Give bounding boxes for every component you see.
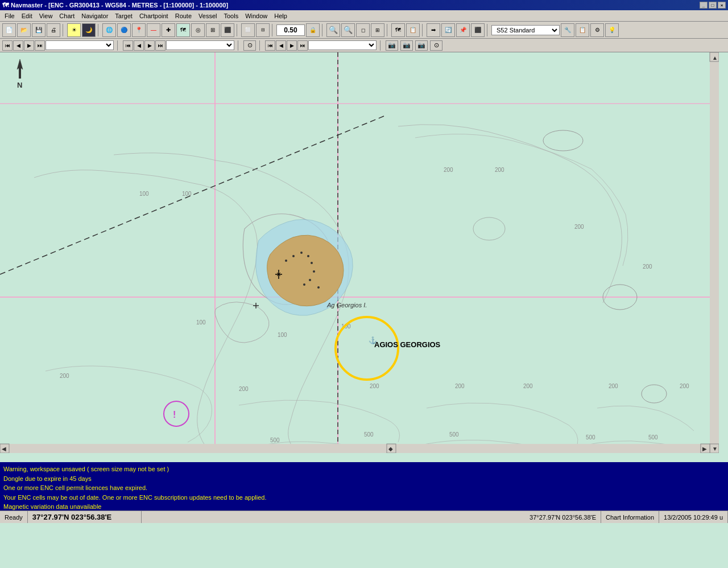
svg-text:▶: ▶ [702,446,707,452]
warning-line-4: Your ENC cells may be out of date. One o… [3,493,725,503]
new-button[interactable]: 📄 [2,23,16,37]
nav2-first-btn[interactable]: ⏮ [123,40,133,51]
coords-text: 37°27.97'N 023°56.38'E [32,513,111,521]
nav-btn-4[interactable]: — [147,23,160,37]
nav-btn-6[interactable]: 🗺 [176,23,190,37]
chart-btn-2[interactable]: 📋 [406,23,420,37]
separator-1 [63,24,65,36]
title-text: Navmaster - [ENC - GR300413 - WG584 - ME… [11,2,228,9]
zoom-frame-button[interactable]: ⬜ [241,23,255,37]
zoom-out-button[interactable]: 🔍 [341,23,355,37]
nav-group-3: ⏮ ◀ ▶ ⏭ [265,40,377,51]
nav2-play-btn[interactable]: ▶ [144,40,155,51]
zoom-in-button[interactable]: 🔍 [326,23,340,37]
display-btn-1[interactable]: 🔧 [561,23,574,37]
svg-text:200: 200 [370,383,379,389]
menu-chartpoint[interactable]: Chartpoint [136,11,172,20]
toolbar-main: 📄 📂 💾 🖨 ☀ 🌙 🌐 🔵 📍 — ✚ 🗺 ◎ ⊞ ⬛ ⬜ ⊟ 0.50 🔒… [0,22,728,39]
nav-icon-3[interactable]: 📷 [400,40,413,51]
nav-btn-2[interactable]: 🔵 [117,23,131,37]
nav-play-btn[interactable]: ▶ [24,40,34,51]
scale-btn[interactable]: ⊟ [256,23,270,37]
zoom-fit-button[interactable]: ◻ [356,23,370,37]
nav-prev-btn[interactable]: ◀ [13,40,23,51]
menu-edit[interactable]: Edit [18,11,36,20]
nav-icon-2[interactable]: 📷 [386,40,398,51]
menu-vessel[interactable]: Vessel [195,11,220,20]
nav-combo-3[interactable] [308,40,377,50]
svg-text:200: 200 [455,383,465,389]
nav3-prev-btn[interactable]: ◀ [276,40,286,51]
chart-info-text: Chart Information [606,514,654,521]
day-mode-button[interactable]: ☀ [67,23,81,37]
route-btn-4[interactable]: ⬛ [471,23,485,37]
nav-combo-1[interactable] [46,40,114,50]
separator-2 [98,24,100,36]
title-bar: 🗺 Navmaster - [ENC - GR300413 - WG584 - … [0,0,728,10]
scale-lock-button[interactable]: 🔒 [306,23,320,37]
display-btn-2[interactable]: 📋 [576,23,589,37]
north-arrow: N [6,58,34,89]
separator-5 [322,24,324,36]
zoom-btn-4[interactable]: ⊞ [371,23,384,37]
warning-bar: Warning, workspace unsaved ( screen size… [0,462,728,511]
menu-route[interactable]: Route [172,11,195,20]
menu-file[interactable]: File [1,11,18,20]
nav-first-btn[interactable]: ⏮ [2,40,13,51]
scale-value: 0.50 [276,24,305,36]
warning-line-1: Warning, workspace unsaved ( screen size… [3,464,725,474]
menu-window[interactable]: Window [242,11,271,20]
svg-text:200: 200 [523,383,533,389]
status-bar: Ready 37°27.97'N 023°56.38'E 37°27.97'N … [0,511,728,523]
display-combo[interactable]: S52 Standard [491,25,560,35]
chart-btn-1[interactable]: 🗺 [391,23,405,37]
svg-rect-62 [19,67,21,79]
open-button[interactable]: 📂 [17,23,31,37]
svg-rect-49 [710,52,719,453]
close-button[interactable]: × [718,2,726,9]
print-button[interactable]: 🖨 [47,23,60,37]
separator-4 [272,24,274,36]
status-coords-display: 37°27.97'N 023°56.38'E [28,511,142,523]
nav2-prev-btn[interactable]: ◀ [134,40,144,51]
menu-help[interactable]: Help [271,11,291,20]
svg-text:500: 500 [648,434,658,441]
nav-btn-7[interactable]: ◎ [191,23,205,37]
night-mode-button[interactable]: 🌙 [82,23,96,37]
minimize-button[interactable]: _ [700,2,708,9]
nav3-first-btn[interactable]: ⏮ [265,40,275,51]
chart-area[interactable]: 100 100 100 200 100 200 100 200 200 200 … [0,52,728,462]
svg-text:200: 200 [643,264,652,270]
menu-navigator[interactable]: Navigator [78,11,111,20]
menu-view[interactable]: View [36,11,56,20]
svg-text:500: 500 [364,431,374,438]
menu-chart[interactable]: Chart [56,11,78,20]
nav2-last-btn[interactable]: ⏭ [155,40,166,51]
display-btn-3[interactable]: ⚙ [590,23,604,37]
route-btn-1[interactable]: ➡ [427,23,440,37]
svg-text:!: ! [173,410,176,419]
nav3-play-btn[interactable]: ▶ [287,40,297,51]
display-btn-4[interactable]: 💡 [605,23,619,37]
menu-tools[interactable]: Tools [220,11,242,20]
nav-combo-2[interactable] [166,40,234,50]
menu-bar: File Edit View Chart Navigator Target Ch… [0,10,728,22]
status-datetime: 13/2/2005 10:29:49 u [659,511,728,523]
nav-btn-8[interactable]: ⊞ [206,23,220,37]
nav-btn-9[interactable]: ⬛ [221,23,234,37]
window-controls[interactable]: _ □ × [700,2,726,9]
route-btn-3[interactable]: 📌 [456,23,470,37]
route-btn-2[interactable]: 🔄 [441,23,455,37]
restore-button[interactable]: □ [709,2,717,9]
nav-btn-1[interactable]: 🌐 [102,23,116,37]
nav3-last-btn[interactable]: ⏭ [297,40,308,51]
nav-btn-3[interactable]: 📍 [132,23,146,37]
nav-icon-5[interactable]: ⊙ [430,40,442,51]
nav-icon-1[interactable]: ⊙ [243,40,256,51]
nav-btn-5[interactable]: ✚ [162,23,175,37]
status-chart-info[interactable]: Chart Information [601,511,659,523]
nav-last-btn[interactable]: ⏭ [35,40,45,51]
nav-icon-4[interactable]: 📷 [415,40,428,51]
menu-target[interactable]: Target [111,11,136,20]
save-button[interactable]: 💾 [32,23,46,37]
